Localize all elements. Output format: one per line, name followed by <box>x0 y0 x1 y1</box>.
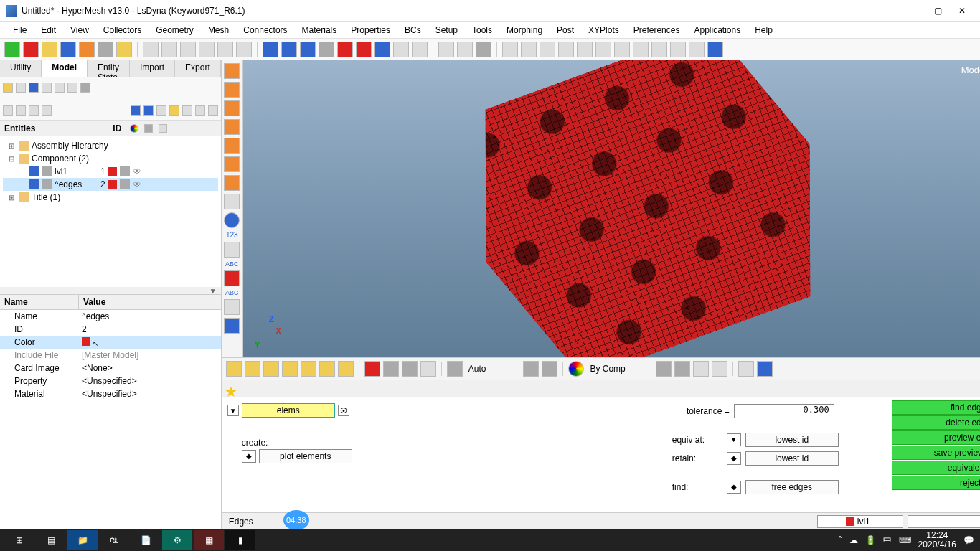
equiv-value[interactable]: lowest id <box>745 433 839 447</box>
wire-icon[interactable] <box>523 361 539 377</box>
zoom-out-icon[interactable] <box>161 42 177 57</box>
tree-item-lvl1[interactable]: lvl1 1 👁 <box>3 165 218 178</box>
taskview-icon[interactable]: ▤ <box>36 530 66 550</box>
plot-elements-button[interactable]: plot elements <box>259 449 352 463</box>
axis-z-icon[interactable] <box>577 42 593 57</box>
menu-properties[interactable]: Properties <box>344 24 397 37</box>
eye2-icon[interactable] <box>208 105 218 116</box>
light-icon[interactable] <box>712 361 727 377</box>
prop-include[interactable]: Include File[Master Model] <box>0 349 221 362</box>
tray-chevron-icon[interactable]: ˄ <box>838 535 842 545</box>
explorer-icon[interactable]: 📁 <box>67 530 98 550</box>
collapse-icon[interactable] <box>16 105 26 116</box>
color-icon[interactable] <box>169 105 179 116</box>
clock-date[interactable]: 2020/4/16 <box>918 540 956 550</box>
menu-connectors[interactable]: Connectors <box>236 24 294 37</box>
vb4-icon[interactable] <box>282 361 298 377</box>
mesh2-icon[interactable] <box>412 42 428 57</box>
save-preview-equiv-button[interactable]: save preview equiv <box>892 446 980 460</box>
meshstate-icon[interactable] <box>120 179 130 189</box>
split-icon[interactable] <box>738 361 754 377</box>
axis-zz-icon[interactable] <box>670 42 686 57</box>
arrow-down-icon[interactable] <box>224 270 240 286</box>
cube-b-icon[interactable] <box>402 361 418 377</box>
battery-icon[interactable]: 🔋 <box>865 535 876 545</box>
find-edges-button[interactable]: find edges <box>892 400 980 415</box>
vb1-icon[interactable] <box>226 361 242 377</box>
vsel1-icon[interactable] <box>224 63 240 79</box>
calc-icon[interactable] <box>476 42 491 57</box>
vsel7-icon[interactable] <box>224 175 240 191</box>
tree-component[interactable]: ⊟ Component (2) <box>3 152 218 165</box>
open-icon[interactable] <box>23 42 39 57</box>
pan-icon[interactable] <box>199 42 215 57</box>
menu-morphing[interactable]: Morphing <box>499 24 550 37</box>
tool1-icon[interactable] <box>224 299 240 315</box>
grid-icon[interactable] <box>374 42 390 57</box>
prop-name[interactable]: Name^edges <box>0 310 221 323</box>
color-swatch[interactable] <box>82 337 90 346</box>
screen-icon[interactable] <box>757 361 773 377</box>
fit-icon[interactable] <box>180 42 196 57</box>
menu-view[interactable]: View <box>63 24 96 37</box>
color-swatch[interactable] <box>108 167 117 176</box>
axis-yy-icon[interactable] <box>633 42 649 57</box>
tree-item-edges[interactable]: ^edges 2 👁 <box>3 178 218 191</box>
maximize-button[interactable]: ▢ <box>933 6 943 16</box>
disp2-icon[interactable] <box>143 105 154 116</box>
new-icon[interactable] <box>4 42 20 57</box>
cube-icon[interactable] <box>29 83 39 93</box>
menu-post[interactable]: Post <box>550 24 581 37</box>
section-icon[interactable] <box>356 42 372 57</box>
cloud-icon[interactable]: ☁ <box>849 535 858 545</box>
abc-label-icon[interactable]: ABC <box>225 260 239 268</box>
vsel3-icon[interactable] <box>224 100 240 116</box>
notification-icon[interactable]: 💬 <box>963 535 974 545</box>
current-component[interactable]: lvl1 <box>846 517 952 527</box>
tab-model[interactable]: Model <box>42 60 88 77</box>
colormode-icon[interactable] <box>568 361 584 377</box>
keyboard-icon[interactable]: ⌨ <box>899 535 911 545</box>
menu-materials[interactable]: Materials <box>295 24 344 37</box>
export-icon[interactable] <box>79 42 95 57</box>
abc1-icon[interactable] <box>224 242 240 258</box>
shade2-icon[interactable] <box>542 361 557 377</box>
cube2-icon[interactable] <box>281 42 297 57</box>
vb3-icon[interactable] <box>263 361 279 377</box>
rotate-icon[interactable] <box>217 42 233 57</box>
expand-icon[interactable] <box>3 105 13 116</box>
store-icon[interactable]: 🛍 <box>99 530 129 550</box>
mesh-model[interactable] <box>437 60 859 357</box>
mat-icon[interactable] <box>67 83 77 93</box>
user-icon[interactable] <box>98 42 113 57</box>
clip-icon[interactable] <box>693 361 709 377</box>
menu-file[interactable]: File <box>6 24 34 37</box>
selector-toggle[interactable]: ▼ <box>227 405 239 416</box>
vsel6-icon[interactable] <box>224 156 240 172</box>
sigma-icon[interactable] <box>438 42 454 57</box>
zoom-in-icon[interactable] <box>143 42 159 57</box>
hypermesh-taskbar-icon[interactable]: ▦ <box>194 530 224 550</box>
slice-icon[interactable] <box>337 42 353 57</box>
tab-entity-state[interactable]: Entity State <box>88 60 130 77</box>
comp-icon[interactable] <box>80 83 90 93</box>
selector-reset[interactable]: ⦿ <box>338 405 349 416</box>
delete-edges-button[interactable]: delete edges <box>892 415 980 430</box>
menu-xyplots[interactable]: XYPlots <box>581 24 626 37</box>
create-dropdown[interactable]: ◆ <box>242 450 256 463</box>
disp-icon[interactable] <box>131 105 141 116</box>
auto-label[interactable]: Auto <box>466 364 489 374</box>
system-tray[interactable]: ˄ ☁ 🔋 中 ⌨ 12:24 2020/4/16 💬 <box>838 531 974 550</box>
cube1-icon[interactable] <box>263 42 278 57</box>
find-dropdown[interactable]: ◆ <box>727 481 741 494</box>
entity-selector[interactable]: elems <box>242 403 335 418</box>
delete-icon[interactable] <box>364 361 380 377</box>
sort-icon[interactable] <box>16 83 26 93</box>
find-value[interactable]: free edges <box>745 480 839 494</box>
sigma2-icon[interactable] <box>457 42 473 57</box>
shade-icon[interactable] <box>447 361 463 377</box>
axis-xx-icon[interactable] <box>595 42 611 57</box>
splitter[interactable]: ▼ <box>0 287 221 294</box>
meshstate-icon[interactable] <box>120 166 130 176</box>
start-button[interactable]: ⊞ <box>4 530 34 550</box>
